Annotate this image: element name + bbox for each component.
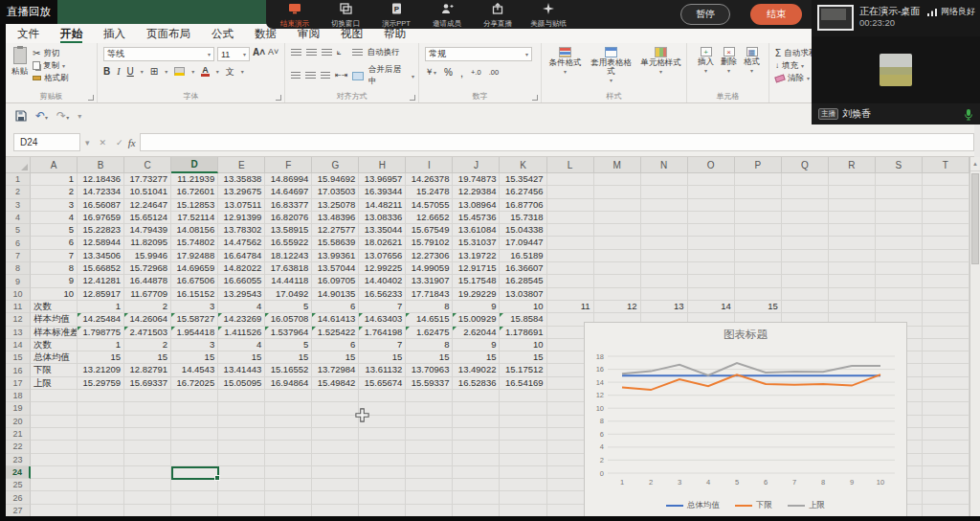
cell-H6[interactable]: 18.02621 <box>359 237 406 249</box>
cell-C11[interactable]: 2 <box>124 301 171 313</box>
cell-A15[interactable]: 总体均值 <box>31 351 78 364</box>
cell-F21[interactable] <box>265 428 312 441</box>
cell-D23[interactable] <box>171 454 218 466</box>
cell-R8[interactable] <box>829 262 876 275</box>
cell-S1[interactable] <box>876 173 923 186</box>
cell-Q3[interactable] <box>782 199 829 212</box>
cell-G15[interactable]: 15 <box>312 351 359 364</box>
stream-item-切换窗口[interactable]: 切换窗口 <box>326 1 365 29</box>
cell-C21[interactable] <box>124 428 171 441</box>
cell-E26[interactable] <box>218 491 265 504</box>
cell-E15[interactable]: 15 <box>218 351 265 364</box>
row-header-17[interactable]: 17 <box>6 377 31 390</box>
cell-H5[interactable]: 13.35044 <box>359 224 406 237</box>
cell-H24[interactable] <box>359 466 406 479</box>
cell-M4[interactable] <box>594 212 641 224</box>
cell-J4[interactable]: 15.45736 <box>453 212 500 224</box>
cell-C10[interactable]: 11.67709 <box>124 288 171 301</box>
row-header-4[interactable]: 4 <box>6 212 31 224</box>
cell-M10[interactable] <box>594 288 641 301</box>
cell-C20[interactable] <box>124 416 171 428</box>
cell-T16[interactable] <box>923 364 969 376</box>
cell-C9[interactable]: 16.44878 <box>124 275 171 287</box>
cell-K13[interactable]: 1.178691 <box>500 327 546 339</box>
cell-Q9[interactable] <box>782 275 829 287</box>
name-box[interactable]: D24 <box>13 133 80 151</box>
cell-P11[interactable]: 15 <box>735 301 782 313</box>
cell-E2[interactable]: 13.29675 <box>218 186 265 198</box>
cell-J26[interactable] <box>453 491 500 504</box>
cell-B7[interactable]: 13.34506 <box>78 250 124 262</box>
column-header-S[interactable]: S <box>876 157 923 173</box>
cell-S4[interactable] <box>876 212 923 224</box>
cell-B19[interactable] <box>78 402 124 415</box>
cell-B1[interactable]: 12.18436 <box>78 173 124 186</box>
paste-button[interactable]: 粘贴 <box>11 47 28 91</box>
cell-G1[interactable]: 15.94692 <box>312 173 359 186</box>
redo-icon[interactable]: ↷▾ <box>56 109 69 123</box>
accounting-format-icon[interactable]: ￥▾ <box>425 66 436 79</box>
end-button[interactable]: 结束 <box>750 4 802 25</box>
cell-J19[interactable] <box>453 402 500 415</box>
cell-B2[interactable]: 14.72334 <box>78 186 124 198</box>
cell-F8[interactable]: 17.63818 <box>265 262 312 275</box>
cell-J21[interactable] <box>453 428 500 441</box>
row-header-10[interactable]: 10 <box>6 288 31 301</box>
cell-H18[interactable] <box>359 390 406 402</box>
select-all-corner[interactable] <box>6 157 31 173</box>
cell-J13[interactable]: 2.62044 <box>453 327 500 339</box>
cell-J22[interactable] <box>453 441 500 453</box>
cell-A13[interactable]: 样本标准差 <box>31 327 78 339</box>
row-header-5[interactable]: 5 <box>6 224 31 237</box>
cell-M8[interactable] <box>594 262 641 275</box>
cell-E17[interactable]: 15.05095 <box>218 377 265 390</box>
cell-R9[interactable] <box>829 275 876 287</box>
cell-I7[interactable]: 12.27306 <box>406 250 453 262</box>
cell-F1[interactable]: 14.86994 <box>265 173 312 186</box>
cell-A16[interactable]: 下限 <box>31 364 78 376</box>
cell-I24[interactable] <box>406 466 453 479</box>
cell-S9[interactable] <box>876 275 923 287</box>
cell-H2[interactable]: 16.39344 <box>359 186 406 198</box>
cell-Q5[interactable] <box>782 224 829 237</box>
cell-K10[interactable]: 13.03807 <box>500 288 546 301</box>
cell-C12[interactable]: 14.26064 <box>124 313 171 326</box>
cell-I20[interactable] <box>406 416 453 428</box>
cell-T9[interactable] <box>923 275 969 287</box>
cell-F9[interactable]: 14.44118 <box>265 275 312 287</box>
cell-T8[interactable] <box>923 262 969 275</box>
cell-H14[interactable]: 7 <box>359 339 406 351</box>
cell-D17[interactable]: 16.72025 <box>171 377 218 390</box>
customize-qat-icon[interactable]: ▾ <box>78 112 81 121</box>
phonetic-icon[interactable]: 文 <box>226 67 234 77</box>
cell-G11[interactable]: 6 <box>312 301 359 313</box>
cell-R3[interactable] <box>829 199 876 212</box>
cell-B15[interactable]: 15 <box>78 351 124 364</box>
cell-K11[interactable]: 10 <box>500 301 546 313</box>
cell-A1[interactable]: 1 <box>31 173 78 186</box>
cell-B4[interactable]: 16.97659 <box>78 212 124 224</box>
cell-A11[interactable]: 次数 <box>31 301 78 313</box>
row-header-19[interactable]: 19 <box>6 402 31 415</box>
column-header-E[interactable]: E <box>218 157 265 173</box>
cell-F2[interactable]: 14.64697 <box>265 186 312 198</box>
column-header-O[interactable]: O <box>688 157 735 173</box>
cell-J11[interactable]: 9 <box>453 301 500 313</box>
cell-S3[interactable] <box>876 199 923 212</box>
cell-F25[interactable] <box>265 479 312 491</box>
tab-开始[interactable]: 开始 <box>60 24 82 43</box>
cell-E21[interactable] <box>218 428 265 441</box>
format-cells-button[interactable]: ▦ 格式▾ <box>744 47 760 91</box>
cell-G23[interactable] <box>312 454 359 466</box>
cell-S2[interactable] <box>876 186 923 198</box>
cell-I3[interactable]: 14.57055 <box>406 199 453 212</box>
cell-K16[interactable]: 15.17512 <box>500 364 546 376</box>
shrink-font-button[interactable]: A˅ <box>268 47 278 61</box>
cell-E3[interactable]: 13.07511 <box>218 199 265 212</box>
row-header-15[interactable]: 15 <box>6 351 31 364</box>
cell-A19[interactable] <box>31 402 78 415</box>
cell-J25[interactable] <box>453 479 500 491</box>
cell-L9[interactable] <box>547 275 594 287</box>
cell-K5[interactable]: 15.04338 <box>500 224 546 237</box>
cell-E18[interactable] <box>218 390 265 402</box>
